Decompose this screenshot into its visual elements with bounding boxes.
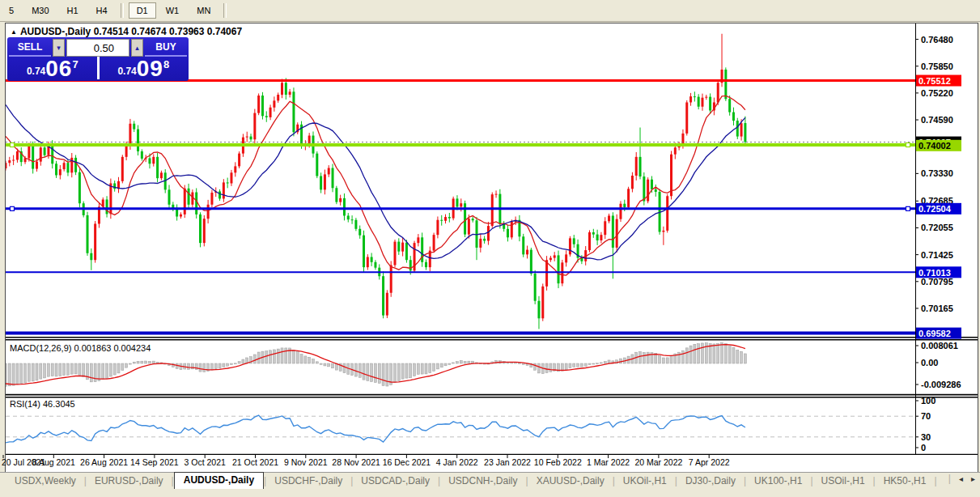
status-strip bbox=[0, 489, 980, 497]
svg-text:100: 100 bbox=[921, 396, 935, 406]
svg-text:23 Jan 2022: 23 Jan 2022 bbox=[484, 457, 531, 467]
svg-text:26 Aug 2021: 26 Aug 2021 bbox=[80, 457, 128, 467]
svg-text:0.76480: 0.76480 bbox=[921, 35, 953, 45]
svg-text:3 Oct 2021: 3 Oct 2021 bbox=[185, 457, 227, 467]
svg-text:14 Sep 2021: 14 Sep 2021 bbox=[130, 457, 179, 467]
volume-decrease-button[interactable]: ▾ bbox=[53, 39, 65, 57]
sell-button[interactable]: SELL bbox=[9, 39, 51, 57]
one-click-trading-panel: SELL ▾ 0.50 ▴ BUY 0.74067 0.74098 bbox=[7, 37, 189, 81]
svg-text:0.75850: 0.75850 bbox=[921, 62, 953, 71]
price-divider bbox=[97, 57, 100, 79]
svg-text:1 Mar 2022: 1 Mar 2022 bbox=[587, 457, 630, 467]
svg-text:7 Apr 2022: 7 Apr 2022 bbox=[689, 457, 730, 467]
svg-text:0.73330: 0.73330 bbox=[921, 168, 953, 178]
svg-text:21 Oct 2021: 21 Oct 2021 bbox=[232, 457, 278, 467]
svg-text:0.00: 0.00 bbox=[921, 358, 938, 367]
tab-audusd-daily[interactable]: AUDUSD-,Daily bbox=[174, 472, 264, 489]
svg-text:9 Nov 2021: 9 Nov 2021 bbox=[284, 457, 328, 467]
level-handle[interactable] bbox=[906, 143, 910, 147]
volume-input[interactable]: 0.50 bbox=[66, 39, 129, 57]
macd-pane-label: MACD(12,26,9) 0.001863 0.004234 bbox=[10, 343, 151, 353]
tab-usoil-h1[interactable]: USOil-,H1 bbox=[813, 474, 873, 489]
buy-price-big: 09 bbox=[137, 58, 163, 79]
tab-dj30-daily[interactable]: DJ30-,Daily bbox=[677, 474, 744, 489]
svg-text:4 Jan 2022: 4 Jan 2022 bbox=[436, 457, 478, 467]
rsi-pane-label: RSI(14) 46.3045 bbox=[10, 399, 75, 409]
sell-price-panel[interactable]: 0.74067 bbox=[9, 57, 96, 79]
tab-scroll-right-icon[interactable]: ▸ bbox=[971, 475, 975, 483]
svg-text:0.70165: 0.70165 bbox=[921, 304, 953, 313]
time-axis[interactable]: 20 Jul 20218 Aug 202126 Aug 202114 Sep 2… bbox=[2, 455, 730, 467]
chart-title: ▲AUDUSD-,Daily 0.74514 0.74674 0.73963 0… bbox=[11, 26, 242, 37]
svg-text:0.74590: 0.74590 bbox=[921, 115, 953, 125]
svg-text:0.69582: 0.69582 bbox=[918, 329, 951, 338]
tab-usdcnh-daily[interactable]: USDCNH-,Daily bbox=[440, 474, 525, 489]
svg-text:0.70795: 0.70795 bbox=[921, 277, 953, 287]
macd-name: MACD(12,26,9) bbox=[10, 343, 71, 353]
svg-text:0: 0 bbox=[921, 443, 926, 452]
macd-values: 0.001863 0.004234 bbox=[74, 343, 151, 353]
chart-ohlc-values: 0.74514 0.74674 0.73963 0.74067 bbox=[94, 26, 243, 37]
svg-text:10 Feb 2022: 10 Feb 2022 bbox=[534, 457, 582, 467]
svg-text:20 Mar 2022: 20 Mar 2022 bbox=[634, 457, 682, 467]
tab-ukoil-h1[interactable]: UKOil-,H1 bbox=[615, 474, 675, 489]
svg-text:0.75220: 0.75220 bbox=[921, 88, 953, 98]
level-handle[interactable] bbox=[906, 206, 910, 210]
svg-text:0.008061: 0.008061 bbox=[921, 341, 958, 350]
buy-price-panel[interactable]: 0.74098 bbox=[100, 57, 188, 79]
tab-eurusd-daily[interactable]: EURUSD-,Daily bbox=[87, 474, 172, 489]
chevron-up-icon: ▴ bbox=[135, 44, 139, 52]
svg-text:16 Dec 2021: 16 Dec 2021 bbox=[383, 457, 431, 467]
rsi-name: RSI(14) bbox=[10, 399, 40, 409]
svg-text:0.71425: 0.71425 bbox=[921, 250, 953, 260]
svg-text:-0.009286: -0.009286 bbox=[921, 380, 961, 389]
rsi-value: 46.3045 bbox=[43, 399, 75, 409]
chart-window-frame bbox=[6, 23, 978, 487]
svg-text:0.72504: 0.72504 bbox=[918, 204, 952, 214]
svg-text:70: 70 bbox=[921, 411, 931, 421]
tab-usdcad-daily[interactable]: USDCAD-,Daily bbox=[353, 474, 438, 489]
tab-separator: | bbox=[934, 474, 936, 489]
buy-price-pip: 8 bbox=[163, 58, 169, 70]
svg-text:0.75512: 0.75512 bbox=[918, 76, 951, 86]
tab-hk50-h1[interactable]: HK50-,H1 bbox=[876, 474, 935, 489]
chevron-down-icon: ▾ bbox=[57, 44, 61, 52]
tab-usdchf-daily[interactable]: USDCHF-,Daily bbox=[266, 474, 350, 489]
sell-price-base: 0.74 bbox=[27, 66, 45, 77]
tab-scroll-left-icon[interactable]: ◂ bbox=[959, 475, 963, 483]
volume-increase-button[interactable]: ▴ bbox=[131, 39, 143, 57]
buy-button[interactable]: BUY bbox=[145, 39, 187, 57]
svg-text:28 Nov 2021: 28 Nov 2021 bbox=[332, 457, 380, 467]
tab-uk100-h1[interactable]: UK100-,H1 bbox=[746, 474, 810, 489]
level-handle[interactable] bbox=[11, 143, 15, 147]
svg-text:0.74002: 0.74002 bbox=[918, 141, 951, 151]
svg-text:0.71013: 0.71013 bbox=[918, 268, 951, 278]
symbol-tab-bar: USDX,Weekly|EURUSD-,Daily|AUDUSD-,Daily|… bbox=[0, 472, 980, 489]
tab-usdx-weekly[interactable]: USDX,Weekly bbox=[6, 474, 84, 489]
sell-price-pip: 7 bbox=[72, 58, 78, 70]
sell-price-big: 06 bbox=[45, 58, 72, 79]
chart-shift-icon: ▲ bbox=[11, 28, 17, 36]
svg-text:0.72055: 0.72055 bbox=[921, 223, 953, 232]
svg-text:8 Aug 2021: 8 Aug 2021 bbox=[32, 457, 75, 467]
svg-text:30: 30 bbox=[921, 432, 931, 442]
buy-price-base: 0.74 bbox=[117, 66, 136, 77]
chart-symbol: AUDUSD-,Daily bbox=[20, 26, 91, 37]
tab-xauusd-daily[interactable]: XAUUSD-,Daily bbox=[528, 474, 613, 489]
level-handle[interactable] bbox=[11, 206, 15, 210]
